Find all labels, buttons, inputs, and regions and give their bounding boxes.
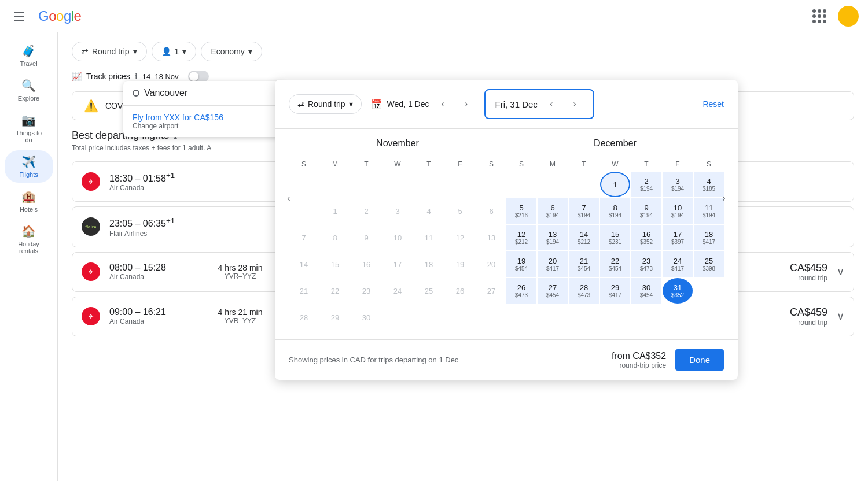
day-cell	[476, 305, 506, 330]
next-return-arrow[interactable]: ›	[565, 95, 584, 113]
class-selector[interactable]: Economy ▾	[201, 42, 262, 61]
day-cell	[414, 172, 444, 197]
expand-button[interactable]: ∨	[837, 310, 844, 323]
dec-day-21[interactable]: 21$454	[569, 251, 599, 277]
dec-day-1[interactable]: 1	[600, 172, 630, 197]
dec-day-18[interactable]: 18$417	[694, 225, 724, 250]
day-cell: 12	[445, 225, 475, 250]
track-toggle[interactable]	[188, 71, 209, 82]
airline-logo-ac: ✈	[82, 262, 100, 281]
dec-day-29[interactable]: 29$417	[600, 278, 630, 304]
sidebar-item-label: Hotels	[20, 206, 38, 213]
dec-day-19[interactable]: 19$454	[506, 251, 536, 277]
day-cell: 24	[382, 278, 413, 304]
sidebar-item-explore[interactable]: 🔍 Explore	[5, 74, 53, 106]
prev-return-arrow[interactable]: ‹	[542, 95, 561, 113]
sidebar-item-hotels[interactable]: 🏨 Hotels	[5, 185, 53, 217]
day-cell	[320, 172, 350, 197]
dec-day-31[interactable]: 31$352	[663, 278, 693, 304]
flight-price: CA$459 round trip	[790, 262, 827, 282]
cal-prev-month-arrow[interactable]: ‹	[279, 189, 298, 208]
dec-day-7[interactable]: 7$194	[569, 198, 599, 224]
day-cell	[569, 172, 599, 197]
day-header-w: W	[382, 158, 413, 171]
dec-day-27[interactable]: 27$454	[538, 278, 568, 304]
dec-day-30[interactable]: 30$454	[631, 278, 661, 304]
sidebar-item-flights[interactable]: ✈️ Flights	[5, 150, 53, 183]
dec-day-15[interactable]: 15$231	[600, 225, 630, 250]
track-dates: 14–18 Nov	[142, 72, 179, 81]
price-type: round trip	[790, 319, 827, 327]
day-cell: 1	[320, 198, 350, 224]
expand-button[interactable]: ∨	[837, 265, 844, 278]
dec-day-9[interactable]: 9$194	[631, 198, 661, 224]
holiday-icon: 🏠	[21, 224, 36, 238]
dec-day-8[interactable]: 8$194	[600, 198, 630, 224]
day-header-m: M	[320, 158, 350, 171]
covid-icon: ⚠️	[84, 99, 98, 113]
dec-day-3[interactable]: 3$194	[663, 172, 693, 197]
avatar[interactable]	[838, 6, 859, 27]
dec-day-6[interactable]: 6$194	[538, 198, 568, 224]
dec-day-23[interactable]: 23$473	[631, 251, 661, 277]
source-input[interactable]	[144, 88, 276, 98]
next-date-arrow[interactable]: ›	[457, 95, 475, 113]
dec-day-13[interactable]: 13$194	[538, 225, 568, 250]
dec-day-16[interactable]: 16$352	[631, 225, 661, 250]
sidebar-item-things-to-do[interactable]: 📷 Things to do	[5, 109, 53, 148]
cal-round-trip-btn[interactable]: ⇄ Round trip ▾	[289, 94, 362, 114]
dec-day-26[interactable]: 26$473	[506, 278, 536, 304]
dec-day-14[interactable]: 14$212	[569, 225, 599, 250]
day-cell: 7	[289, 225, 319, 250]
calendar-popup: ⇄ Round trip ▾ 📅 Wed, 1 Dec ‹ › Fri, 31 …	[275, 80, 738, 380]
suggestion-item[interactable]: Fly from YXX for CA$156 Change airport	[123, 106, 285, 137]
price-value: CA$459	[790, 306, 827, 319]
december-calendar: December S M T W T F S 1	[506, 138, 724, 330]
apps-button[interactable]	[808, 5, 831, 28]
dec-day-28[interactable]: 28$473	[569, 278, 599, 304]
cal-next-month-arrow[interactable]: ›	[715, 189, 733, 208]
dec-day-10[interactable]: 10$194	[663, 198, 693, 224]
dec-day-24[interactable]: 24$417	[663, 251, 693, 277]
dec-day-22[interactable]: 22$454	[600, 251, 630, 277]
search-bar: ⇄ Round trip ▾ 👤 1 ▾ Economy ▾	[58, 32, 868, 71]
airline-logo-ac: ✈	[82, 172, 100, 191]
return-date-box[interactable]: Fri, 31 Dec ‹ ›	[484, 89, 594, 119]
done-button[interactable]: Done	[675, 349, 724, 371]
change-airport-link[interactable]: Change airport	[133, 122, 276, 130]
day-cell: 10	[382, 225, 413, 250]
round-trip-selector[interactable]: ⇄ Round trip ▾	[72, 42, 147, 61]
dec-day-12[interactable]: 12$212	[506, 225, 536, 250]
price-value: CA$459	[790, 262, 827, 274]
cal-footer-right: from CA$352 round-trip price Done	[612, 349, 724, 371]
dec-day-2[interactable]: 2$194	[631, 172, 661, 197]
duration-text: 4 hrs 28 min	[205, 263, 275, 272]
hotels-icon: 🏨	[21, 190, 36, 204]
price-amount: from CA$352	[612, 351, 666, 361]
header: Google	[0, 0, 868, 32]
passengers-selector[interactable]: 👤 1 ▾	[152, 42, 197, 61]
airline-name: Air Canada	[109, 317, 196, 325]
dec-day-5[interactable]: 5$216	[506, 198, 536, 224]
source-dropdown: Fly from YXX for CA$156 Change airport	[123, 81, 285, 137]
dec-day-17[interactable]: 17$397	[663, 225, 693, 250]
dec-day-20[interactable]: 20$417	[538, 251, 568, 277]
sidebar-item-travel[interactable]: 🧳 Travel	[5, 39, 53, 72]
google-logo: Google	[38, 8, 81, 24]
flight-duration: 4 hrs 21 min YVR–YYZ	[205, 308, 275, 325]
day-cell: 20	[476, 251, 506, 277]
dec-day-25[interactable]: 25$398	[694, 251, 724, 277]
chevron-down-icon: ▾	[349, 99, 353, 109]
day-cell: 18	[414, 251, 444, 277]
flight-time: 18:30 – 01:58+1	[109, 171, 190, 184]
day-cell: 3	[382, 198, 413, 224]
sidebar-item-holiday-rentals[interactable]: 🏠 Holiday rentals	[5, 220, 53, 259]
reset-button[interactable]: Reset	[703, 99, 724, 109]
prev-date-arrow[interactable]: ‹	[433, 95, 452, 113]
cal-round-trip-label: Round trip	[308, 99, 345, 109]
menu-button[interactable]	[9, 7, 29, 25]
price-from: from CA$352 round-trip price	[612, 351, 666, 369]
track-icon: 📈	[72, 72, 82, 81]
chevron-down-icon: ▾	[182, 47, 186, 56]
day-cell: 30	[351, 305, 381, 330]
